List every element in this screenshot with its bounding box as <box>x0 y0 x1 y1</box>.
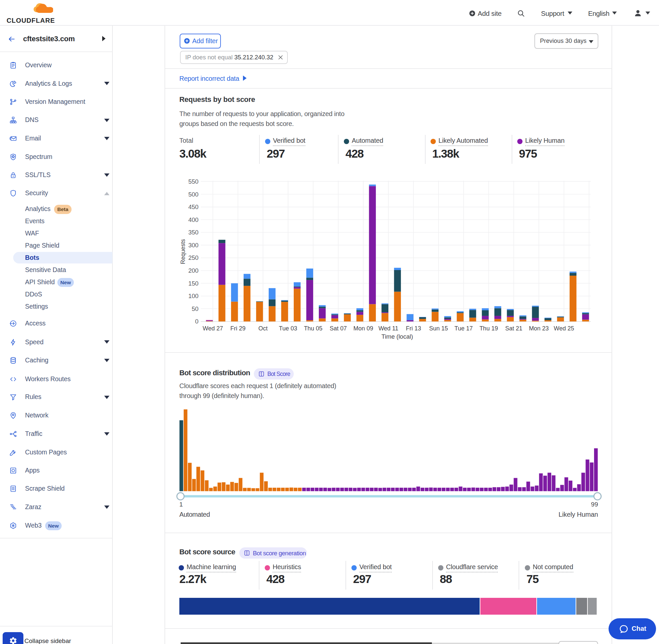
svg-text:Mon 23: Mon 23 <box>529 325 548 332</box>
svg-text:Fri 13: Fri 13 <box>406 325 421 332</box>
svg-text:Fri 29: Fri 29 <box>231 325 245 332</box>
svg-text:100: 100 <box>188 293 198 299</box>
svg-text:Thu 19: Thu 19 <box>479 325 498 332</box>
svg-text:150: 150 <box>188 280 198 287</box>
svg-text:Sat 07: Sat 07 <box>330 325 347 332</box>
svg-text:Tue 03: Tue 03 <box>279 325 297 332</box>
svg-text:Oct: Oct <box>258 325 268 332</box>
svg-text:200: 200 <box>188 267 198 274</box>
svg-text:Mon 09: Mon 09 <box>353 325 373 332</box>
svg-text:Wed 27: Wed 27 <box>203 325 223 332</box>
svg-text:550: 550 <box>188 178 198 185</box>
svg-text:400: 400 <box>188 216 198 223</box>
svg-text:Requests: Requests <box>180 239 186 264</box>
svg-text:Wed 11: Wed 11 <box>378 325 398 332</box>
svg-text:350: 350 <box>188 229 198 236</box>
svg-text:Sun 15: Sun 15 <box>429 325 448 332</box>
svg-text:300: 300 <box>188 242 198 249</box>
svg-text:450: 450 <box>188 204 198 210</box>
svg-text:250: 250 <box>188 254 198 261</box>
svg-text:Thu 05: Thu 05 <box>304 325 323 332</box>
svg-text:0: 0 <box>195 318 198 325</box>
svg-text:500: 500 <box>188 191 198 198</box>
svg-text:Wed 25: Wed 25 <box>554 325 574 332</box>
svg-text:Tue 17: Tue 17 <box>455 325 473 332</box>
svg-text:50: 50 <box>191 305 198 312</box>
svg-text:Sat 21: Sat 21 <box>505 325 522 332</box>
svg-text:Time (local): Time (local) <box>381 333 413 340</box>
